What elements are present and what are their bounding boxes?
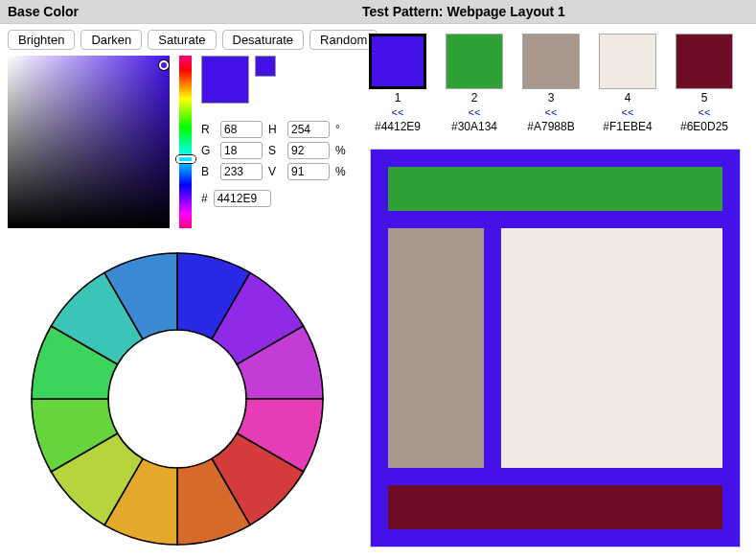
brighten-button[interactable]: Brighten — [8, 30, 75, 50]
palette-prev-1[interactable]: << — [392, 106, 404, 118]
palette-hex-4: #F1EBE4 — [603, 120, 652, 133]
label-h: H — [268, 123, 282, 136]
palette-hex-1: #4412E9 — [375, 120, 421, 133]
base-color-toolbar: Brighten Darken Saturate Desaturate Rand… — [0, 24, 355, 56]
palette-prev-4[interactable]: << — [622, 106, 634, 118]
input-s[interactable] — [287, 142, 330, 159]
input-r[interactable] — [220, 121, 263, 138]
palette-hex-5: #6E0D25 — [680, 120, 728, 133]
palette-swatch-5[interactable] — [676, 34, 733, 89]
unit-deg: ° — [335, 123, 347, 136]
palette-item-2: 2<<#30A134 — [443, 34, 506, 133]
palette-number-5: 5 — [701, 91, 708, 105]
preview-sidebar — [388, 228, 484, 468]
unit-pct-v: % — [335, 165, 347, 178]
palette-swatch-2[interactable] — [446, 34, 503, 89]
palette-item-3: 3<<#A7988B — [519, 34, 583, 133]
saturate-button[interactable]: Saturate — [148, 30, 216, 50]
label-b: B — [201, 165, 215, 178]
hue-cursor-icon[interactable] — [176, 155, 195, 163]
preview-main — [501, 228, 722, 468]
palette-prev-5[interactable]: << — [699, 106, 711, 118]
preview-header — [388, 167, 722, 211]
palette-number-4: 4 — [625, 91, 631, 105]
palette-hex-3: #A7988B — [527, 120, 574, 133]
palette-prev-2[interactable]: << — [469, 106, 481, 118]
color-wheel[interactable] — [24, 245, 331, 552]
label-r: R — [201, 123, 215, 136]
label-v: V — [268, 165, 282, 178]
input-h[interactable] — [287, 121, 330, 138]
input-hex[interactable] — [214, 190, 271, 207]
palette-item-5: 5<<#6E0D25 — [673, 34, 736, 133]
palette-item-1: 1<<#4412E9 — [366, 34, 429, 133]
palette-swatch-1[interactable] — [369, 34, 426, 89]
unit-pct-s: % — [335, 144, 347, 157]
saturation-value-picker[interactable] — [8, 56, 170, 228]
base-color-title: Base Color — [0, 0, 355, 24]
palette-hex-2: #30A134 — [451, 120, 497, 133]
layout-preview — [370, 149, 741, 547]
palette-item-4: 4<<#F1EBE4 — [596, 34, 659, 133]
palette-number-3: 3 — [548, 91, 555, 105]
palette-swatch-3[interactable] — [522, 34, 580, 89]
palette-row: 1<<#4412E92<<#30A1343<<#A7988B4<<#F1EBE4… — [355, 24, 756, 139]
input-g[interactable] — [220, 142, 263, 159]
label-g: G — [201, 144, 215, 157]
darken-button[interactable]: Darken — [80, 30, 142, 50]
current-color-swatch — [201, 56, 249, 104]
test-pattern-title: Test Pattern: Webpage Layout 1 — [355, 0, 756, 24]
palette-number-1: 1 — [395, 91, 401, 105]
label-s: S — [268, 144, 282, 157]
desaturate-button[interactable]: Desaturate — [222, 30, 305, 50]
preview-footer — [388, 485, 722, 529]
previous-color-swatch — [255, 56, 276, 77]
palette-prev-3[interactable]: << — [545, 106, 558, 118]
input-b[interactable] — [220, 163, 263, 180]
hue-slider[interactable] — [179, 56, 192, 228]
label-hash: # — [201, 192, 208, 205]
palette-number-2: 2 — [471, 91, 478, 105]
palette-swatch-4[interactable] — [599, 34, 656, 89]
input-v[interactable] — [287, 163, 330, 180]
sv-cursor-icon[interactable] — [159, 60, 169, 70]
